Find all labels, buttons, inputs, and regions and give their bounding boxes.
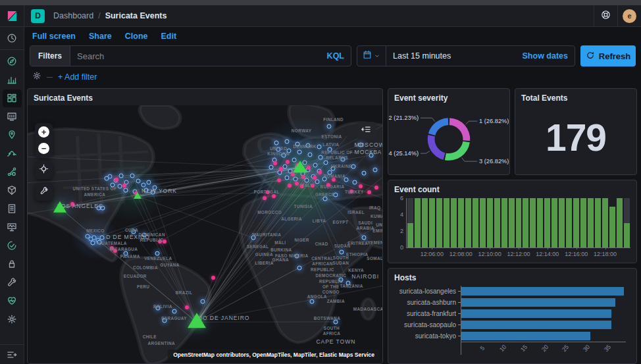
user-menu-button[interactable]: e	[617, 5, 641, 26]
event-count-bar[interactable]	[559, 198, 565, 247]
show-dates-link[interactable]: Show dates	[516, 51, 575, 61]
event-count-bar[interactable]	[588, 198, 594, 247]
event-count-bar[interactable]	[407, 223, 413, 248]
donut-segment[interactable]	[445, 142, 470, 161]
sidebar-item-recently-viewed[interactable]	[3, 30, 22, 47]
clone-link[interactable]: Clone	[125, 32, 148, 41]
set-view-button[interactable]	[35, 161, 53, 179]
event-count-bar[interactable]	[537, 198, 543, 247]
zoom-out-button[interactable]: −	[38, 143, 49, 154]
sidebar-item-dev-tools[interactable]	[3, 274, 22, 292]
x-axis-tick-mark	[519, 247, 519, 249]
event-count-bar[interactable]	[465, 198, 471, 247]
map-geo-label: CHAD	[315, 242, 328, 247]
filters-button[interactable]: Filters	[30, 46, 70, 66]
sidebar-collapse-menu[interactable]	[0, 344, 24, 364]
edit-link[interactable]: Edit	[161, 32, 176, 41]
event-count-bar[interactable]	[566, 198, 572, 247]
event-count-bar[interactable]	[473, 198, 478, 247]
event-count-chart[interactable]: 024612:06:0012:08:0012:10:0012:12:0012:1…	[406, 198, 630, 248]
map-stage[interactable]: UNITED STATES OF AMERICAMEXICOCUBADOMINI…	[28, 105, 382, 363]
event-count-bar[interactable]	[609, 207, 615, 248]
event-count-bar[interactable]	[422, 198, 428, 247]
event-location-marker	[119, 173, 124, 178]
event-count-bar[interactable]	[530, 198, 536, 247]
time-range-value[interactable]: Last 15 minutes	[386, 51, 516, 61]
map-geo-label: ARGENTINA	[147, 341, 175, 346]
map-attribution[interactable]: OpenStreetMap contributors, OpenMapTiles…	[168, 350, 380, 360]
event-count-bar[interactable]	[544, 198, 550, 247]
refresh-label: Refresh	[599, 51, 630, 61]
sidebar-item-graph[interactable]	[3, 163, 22, 181]
event-count-bar[interactable]	[624, 223, 630, 248]
add-filter-link[interactable]: + Add filter	[58, 72, 97, 82]
refresh-button[interactable]: Refresh	[580, 45, 636, 66]
event-count-bar[interactable]	[551, 198, 557, 247]
event-count-bar[interactable]	[451, 198, 457, 247]
event-count-bar[interactable]	[501, 198, 507, 247]
donut-segment[interactable]	[449, 118, 471, 141]
sidebar-item-discover[interactable]	[3, 53, 22, 70]
event-count-bar[interactable]	[523, 198, 528, 247]
event-count-bar[interactable]	[444, 198, 449, 247]
event-count-bar[interactable]	[415, 198, 421, 247]
event-count-bar[interactable]	[580, 198, 586, 247]
event-location-marker	[322, 197, 327, 201]
sidebar-item-dashboard[interactable]	[3, 90, 22, 107]
breadcrumb-dashboard[interactable]: Dashboard	[53, 11, 93, 20]
event-count-bar[interactable]	[494, 198, 500, 247]
event-count-bar[interactable]	[480, 198, 486, 247]
event-count-bar[interactable]	[458, 198, 464, 247]
sidebar-item-apm[interactable]	[3, 219, 22, 236]
sidebar-item-uptime[interactable]	[3, 237, 22, 255]
calendar-button[interactable]	[357, 46, 386, 66]
search-input[interactable]	[70, 51, 320, 61]
event-severity-chart[interactable]: 1 (26.82%)3 (26.82%)4 (25.14%)2 (21.23%)	[388, 105, 509, 174]
kql-switch[interactable]: KQL	[320, 51, 351, 61]
event-count-bar[interactable]	[516, 198, 522, 247]
event-count-bar[interactable]	[595, 198, 601, 247]
donut-callout-line	[466, 121, 478, 124]
event-count-bar[interactable]	[429, 198, 435, 247]
map-pin-icon	[7, 130, 17, 140]
host-bar[interactable]	[461, 287, 624, 296]
sidebar-item-management[interactable]	[3, 311, 22, 328]
event-count-bar[interactable]	[602, 198, 608, 247]
event-count-bar[interactable]	[487, 198, 493, 247]
event-count-bar[interactable]	[436, 198, 442, 247]
event-count-bar[interactable]	[509, 198, 515, 247]
donut-segment[interactable]	[428, 118, 448, 136]
filter-gear-icon[interactable]	[32, 71, 41, 83]
zoom-in-button[interactable]: +	[38, 126, 49, 138]
sidebar-item-visualize[interactable]	[3, 71, 22, 89]
full-screen-link[interactable]: Full screen	[32, 32, 76, 41]
chevron-down-icon	[374, 53, 380, 59]
layer-tools-button[interactable]	[35, 183, 53, 201]
kibana-logo-icon[interactable]	[0, 5, 24, 26]
map-geo-label: GUATEMALA	[98, 241, 127, 246]
sidebar-item-maps[interactable]	[3, 126, 22, 144]
space-badge[interactable]: D	[31, 9, 45, 23]
map-geo-label: GUINEA	[255, 251, 273, 257]
host-bar[interactable]	[461, 298, 615, 307]
host-bar[interactable]	[461, 332, 590, 340]
share-link[interactable]: Share	[89, 32, 112, 41]
y-axis-tick-label: 0	[400, 244, 403, 251]
donut-segment[interactable]	[428, 135, 446, 160]
hosts-chart[interactable]: suricata-losangelessuricata-ashburnsuric…	[394, 286, 626, 361]
sidebar-item-metrics[interactable]	[3, 182, 22, 199]
help-icon[interactable]	[594, 5, 617, 26]
sidebar-item-logs[interactable]	[3, 200, 22, 218]
host-location-triangle	[53, 201, 66, 212]
sidebar-item-siem[interactable]	[3, 255, 22, 273]
filter-divider	[47, 77, 53, 78]
event-location-marker	[130, 174, 135, 178]
host-bar[interactable]	[461, 309, 611, 318]
event-count-bar[interactable]	[617, 198, 623, 247]
host-bar[interactable]	[461, 321, 611, 329]
sidebar-item-machine-learning[interactable]	[3, 145, 22, 163]
legend-toggle-button[interactable]	[357, 122, 376, 140]
sidebar-item-canvas[interactable]	[3, 108, 22, 126]
sidebar-item-stack-monitoring[interactable]	[3, 292, 22, 310]
event-count-bar[interactable]	[573, 198, 579, 247]
